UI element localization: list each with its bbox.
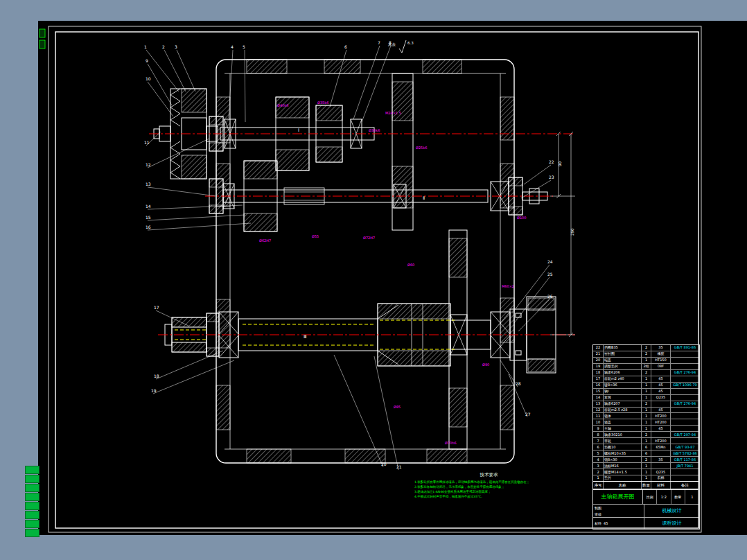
layer-chip[interactable] — [25, 475, 39, 483]
parts-list-cell: 1 — [642, 408, 651, 413]
parts-list-row: 22挡圈B35235GB/T 891-86 — [593, 345, 699, 351]
parts-list-cell: GB/T 891-86 — [671, 345, 699, 351]
shaft-label: Ⅱ — [423, 195, 425, 201]
parts-list-cell: 6 — [642, 450, 651, 456]
parts-list-cell: 1 — [642, 395, 651, 401]
parts-list-cell — [671, 364, 699, 369]
callout-number: 26 — [547, 294, 553, 299]
qty-label: 数量 — [671, 489, 685, 504]
draw-label: 制图 — [595, 506, 644, 510]
callout-number: 20 — [381, 462, 387, 466]
parts-list-cell: 密封圈 — [604, 351, 642, 357]
callout-number: 27 — [525, 412, 531, 417]
scale-label: 比例 — [643, 489, 657, 504]
material-label: 材料 — [595, 521, 601, 525]
parts-list-row: 19调整垫片2组08F — [593, 363, 699, 369]
parts-list-cell: HT150 — [651, 358, 671, 363]
parts-list-cell: 35 — [651, 345, 671, 351]
callout-number: 17 — [154, 305, 159, 310]
layer-chip[interactable] — [25, 502, 39, 510]
parts-list-cell: 箱体 — [604, 413, 642, 419]
layer-chip[interactable] — [25, 493, 39, 501]
parts-list-cell: 石棉 — [651, 475, 671, 481]
parts-list-cell: 45 — [651, 376, 671, 382]
parts-list-cell: 1 — [642, 426, 651, 431]
dimension-text: Ø62H7 — [259, 238, 271, 243]
parts-list-cell — [651, 432, 671, 437]
dimension-text: Ø55 — [312, 234, 319, 238]
parts-list-cell: 轴承6206 — [604, 370, 642, 376]
dim-label: 90 — [558, 161, 562, 166]
parts-list-cell: 22 — [593, 345, 604, 351]
technical-requirements: 技术要求 1.装配前所有零件用煤油清洗，滚动轴承用汽油清洗，箱体内不得有任何杂物… — [414, 472, 563, 499]
parts-list-cell: 1 — [642, 438, 651, 444]
callout-number: 8 — [389, 40, 392, 45]
callout-number: 14 — [146, 204, 151, 209]
layer-chip[interactable] — [25, 511, 39, 519]
parts-list-cell: 齿轮m2.5 z28 — [604, 408, 642, 413]
parts-list-row: 20端盖1HT150 — [593, 357, 699, 363]
parts-list-cell: GB/T 5782-86 — [671, 450, 699, 456]
parts-list-cell: 10 — [593, 419, 604, 425]
dimension-text: Ø30k6 — [369, 128, 380, 132]
parts-list-cell: 1 — [642, 376, 651, 382]
parts-list-cell: 主轴 — [604, 426, 642, 431]
callout-number: 24 — [547, 259, 553, 264]
parts-list-row: 9主轴145 — [593, 425, 699, 431]
parts-list-cell: GB/T 276-94 — [671, 401, 699, 407]
parts-list-cell: 垫片 — [604, 475, 642, 481]
parts-list-cell — [671, 419, 699, 425]
dimension-text: Ø40k6 — [277, 103, 288, 107]
parts-list-cell: GB/T 117-86 — [671, 457, 699, 462]
dim-label: 290 — [570, 228, 574, 236]
parts-list-cell: HT200 — [651, 419, 671, 425]
callout-number: 10 — [146, 76, 151, 81]
tech-line: 1.装配前所有零件用煤油清洗，滚动轴承用汽油清洗，箱体内不得有任何杂物存在； — [414, 480, 563, 484]
qty-value: 1 — [685, 489, 699, 504]
callout-number: 22 — [549, 159, 554, 164]
title-block: 主轴箱展开图 比例 1:2 数量 1 制图 审核 机械设计 材料 45 课程设计 — [592, 489, 700, 530]
parts-list-cell: 螺塞M14×1.5 — [604, 469, 642, 475]
parts-list-cell: 8 — [593, 432, 604, 437]
parts-list-cell — [671, 469, 699, 475]
callout-number: 3 — [175, 44, 177, 49]
parts-list-cell: 1 — [642, 469, 651, 475]
parts-list-row: 8轴承302102GB/T 297-94 — [593, 431, 699, 437]
parts-list-cell: 橡胶 — [651, 351, 671, 357]
layer-chip[interactable] — [25, 520, 39, 528]
dimension-text: Ø25k6 — [416, 146, 427, 150]
dimension-text: M60×2 — [502, 284, 514, 288]
callout-number: 1 — [144, 44, 147, 49]
parts-list-cell — [651, 401, 671, 407]
callout-number: 18 — [154, 374, 159, 378]
parts-list-cell: 7 — [593, 438, 604, 444]
parts-list-cell: 2 — [642, 370, 651, 376]
parts-list-cell: 套筒 — [604, 395, 642, 401]
parts-list-cell: 1 — [642, 358, 651, 363]
parts-list-cell: 16 — [593, 383, 604, 388]
callout-number: 15 — [146, 215, 151, 220]
parts-list-row: 18轴承62062GB/T 276-94 — [593, 369, 699, 376]
parts-list-row: 17齿轮m2 z40145 — [593, 376, 699, 382]
layer-chip[interactable] — [25, 484, 39, 492]
callout-number: 23 — [549, 175, 554, 180]
parts-list-cell: 11 — [593, 413, 604, 419]
parts-list-row: 4销8×30235GB/T 117-86 — [593, 456, 699, 462]
parts-list-cell: 9 — [593, 426, 604, 431]
tech-line: 3.箱体内加注L-AN46全损耗系统用油至规定油面高度； — [414, 489, 563, 494]
parts-list-cell — [671, 475, 699, 481]
layer-chip[interactable] — [25, 466, 39, 474]
layer-chip-stack — [25, 466, 39, 537]
layer-chip[interactable] — [25, 529, 39, 537]
parts-list-row: 16键8×36145GB/T 1096-79 — [593, 382, 699, 388]
parts-list-cell: 调整垫片 — [604, 364, 642, 369]
parts-list-cell: 1 — [642, 475, 651, 481]
drawing-title: 主轴箱展开图 — [593, 489, 643, 504]
parts-list-row: 6垫圈10665MnGB/T 93-87 — [593, 444, 699, 450]
parts-list-cell — [671, 438, 699, 444]
parts-list-row: 10箱盖1HT200 — [593, 419, 699, 425]
callout-number: 25 — [547, 272, 553, 277]
parts-list-cell: 08F — [651, 364, 671, 369]
parts-list-row: 5螺栓M10×356GB/T 5782-86 — [593, 450, 699, 456]
parts-list-cell: GB/T 276-94 — [671, 370, 699, 376]
